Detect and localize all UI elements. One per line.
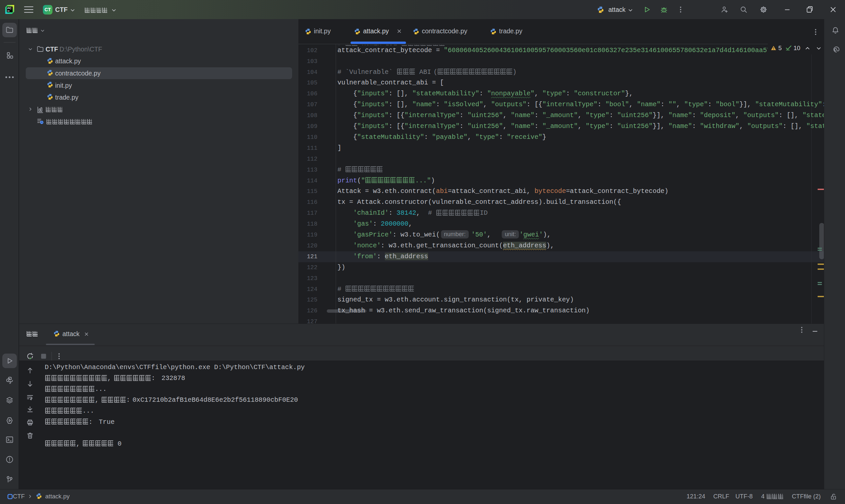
svg-text:PC: PC — [7, 6, 12, 10]
